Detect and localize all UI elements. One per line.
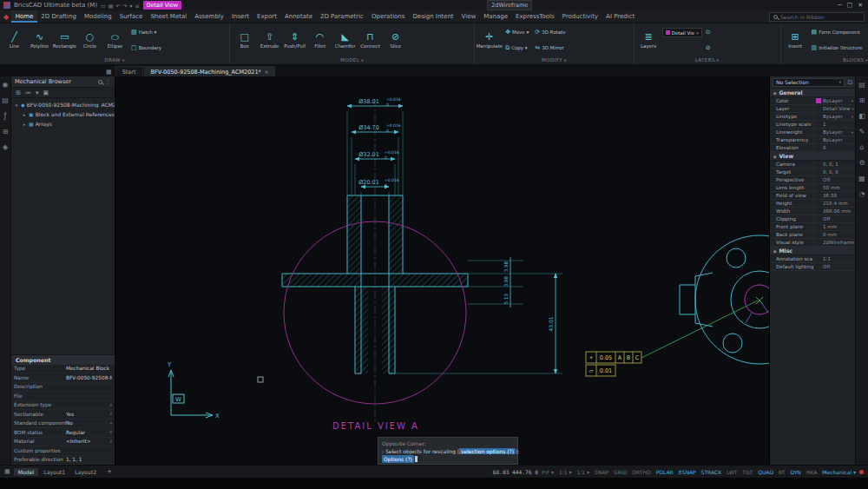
- status-toggle[interactable]: LWT: [727, 469, 737, 475]
- ribbon-button[interactable]: ⇕ Push/Pull: [282, 24, 307, 56]
- browser-tool-icon[interactable]: ▾: [36, 89, 39, 96]
- ribbon-small-button[interactable]: ✥ Move ▾: [503, 24, 531, 40]
- ribbon-small-button[interactable]: ⊙: [703, 24, 715, 40]
- ribbon-button[interactable]: ○ Circle: [77, 24, 102, 56]
- menu-tab[interactable]: Surface: [115, 10, 147, 23]
- property-row[interactable]: Perspective Off: [770, 176, 855, 184]
- right-rail-icon[interactable]: ⊞: [859, 96, 865, 104]
- property-row[interactable]: Width 388.06 mm: [770, 208, 855, 215]
- component-property-row[interactable]: File: [11, 392, 115, 401]
- component-property-row[interactable]: Type Mechanical Block: [11, 365, 115, 374]
- ribbon-button[interactable]: ◠ Fillet: [307, 24, 332, 56]
- right-rail-icon[interactable]: ⌂: [859, 143, 864, 151]
- status-toggle[interactable]: ORTHO: [632, 469, 650, 475]
- ribbon-button[interactable]: ○ Ellipse: [102, 24, 128, 56]
- close-tab-icon[interactable]: ✕: [265, 69, 269, 75]
- menu-tab[interactable]: Insert: [227, 10, 253, 23]
- ribbon-group-label[interactable]: MODEL▾: [232, 56, 472, 64]
- status-toggle[interactable]: P:F ▾: [542, 469, 554, 475]
- property-row[interactable]: Linetype scale 1: [770, 121, 855, 129]
- layer-dropdown[interactable]: Detail Vie ▾: [662, 28, 702, 37]
- ribbon-group-label[interactable]: MODIFY▾: [477, 56, 632, 64]
- command-autocomplete-chip[interactable]: Options (?): [382, 455, 414, 463]
- window-button[interactable]: ✕: [858, 2, 863, 9]
- status-toggle[interactable]: POLAR: [656, 469, 674, 475]
- drawing-canvas[interactable]: Ø38.01 +0.016 0 Ø34.70 +0.016 0 Ø32.01 +…: [115, 76, 769, 465]
- status-toggle[interactable]: HKA: [806, 469, 817, 475]
- menu-tab[interactable]: ExpressTools: [512, 10, 559, 23]
- window-button[interactable]: ─: [838, 2, 841, 9]
- browser-tool-icon[interactable]: ▣: [43, 89, 49, 96]
- right-rail-icon[interactable]: ▤: [858, 81, 865, 89]
- status-toggle[interactable]: RT: [779, 469, 785, 475]
- property-row[interactable]: Annotation sca 1:1: [770, 255, 855, 263]
- component-property-row[interactable]: Sectionable Yes ▾: [11, 410, 115, 420]
- menu-tab[interactable]: Modeling: [80, 10, 115, 23]
- quick-access-icon[interactable]: ▾: [129, 3, 132, 9]
- tree-item[interactable]: ▾ ◆ BFV-0050-92508-Machining_ACM2021: [11, 100, 115, 109]
- ribbon-small-button[interactable]: ▥ Initialize Structure: [809, 41, 865, 56]
- ribbon-button[interactable]: ▭ Rectangle: [52, 24, 77, 56]
- ribbon-small-button[interactable]: ⊘: [703, 41, 715, 56]
- status-toggle[interactable]: GRID: [614, 469, 627, 475]
- component-property-row[interactable]: Description: [11, 383, 115, 393]
- menu-tab[interactable]: Sheet Metal: [147, 10, 191, 23]
- ribbon-button[interactable]: ⊘ Slice: [383, 24, 408, 56]
- tree-expander-icon[interactable]: ▸: [22, 112, 27, 117]
- browser-tool-icon[interactable]: ⊞: [16, 89, 21, 96]
- property-row[interactable]: Clipping Off: [770, 215, 855, 223]
- component-property-row[interactable]: Standard component No ▾: [11, 420, 115, 429]
- menu-tab[interactable]: View: [457, 10, 480, 23]
- left-rail-icon[interactable]: ◈: [3, 143, 8, 151]
- property-row[interactable]: Linetype ByLayer ▾: [770, 113, 855, 121]
- right-rail-icon[interactable]: ▦: [858, 175, 865, 182]
- tree-expander-icon[interactable]: ▸: [22, 122, 27, 127]
- status-toggle[interactable]: QUAD: [758, 469, 773, 475]
- layout-grid-icon[interactable]: ▦: [4, 468, 10, 475]
- status-toggle[interactable]: STRACK: [701, 469, 722, 475]
- property-row[interactable]: Lineweight ByLayer ▾: [770, 129, 855, 136]
- layout-tab[interactable]: Model: [14, 468, 39, 476]
- property-row[interactable]: Color ByLayer ▾: [770, 97, 855, 105]
- ribbon-button[interactable]: ✛ Manipulate: [477, 24, 502, 56]
- menu-tab[interactable]: 2D Parametric: [316, 10, 367, 23]
- quick-access-icon[interactable]: ▭: [101, 3, 106, 9]
- ribbon-button[interactable]: ◣ Chamfer: [332, 24, 358, 56]
- left-rail-icon[interactable]: ▤: [2, 96, 9, 104]
- menu-tab[interactable]: Manage: [480, 10, 512, 23]
- section-header[interactable]: ▪ View: [770, 152, 855, 161]
- status-toggle[interactable]: SNAP: [595, 469, 608, 475]
- status-toggle[interactable]: DYN: [790, 469, 800, 475]
- left-rail-icon[interactable]: ◉: [3, 81, 9, 89]
- ribbon-button[interactable]: □ Box: [232, 24, 257, 56]
- document-tab[interactable]: BFV-0050-92508-Machining_ACM2021* ✕: [144, 66, 276, 76]
- right-rail-icon[interactable]: ◔: [859, 190, 865, 198]
- ribbon-small-button[interactable]: ▨ Hatch ▾: [128, 24, 164, 40]
- component-property-row[interactable]: Material <Inherit> ▾: [11, 438, 115, 447]
- ribbon-small-button[interactable]: ⟳ 3D Rotate: [532, 24, 568, 40]
- property-row[interactable]: Target 0, 0, 0: [770, 169, 855, 176]
- add-layout-button[interactable]: +: [104, 468, 115, 475]
- menu-tab[interactable]: 2D Drafting: [37, 10, 81, 23]
- menu-tab[interactable]: Design Intent: [409, 10, 457, 23]
- property-row[interactable]: Height 218.4 mm: [770, 200, 855, 208]
- menu-tab[interactable]: Annotate: [280, 10, 316, 23]
- document-tab[interactable]: Start: [115, 66, 143, 76]
- layout-tab[interactable]: Layout2: [70, 468, 101, 476]
- menu-tab[interactable]: Home: [11, 10, 37, 23]
- quick-access-icon[interactable]: ↷: [122, 3, 127, 9]
- status-toggle[interactable]: 1:1 ▾: [559, 469, 572, 475]
- status-toggle[interactable]: TILT: [743, 469, 753, 475]
- property-row[interactable]: Visual style 2dWireframe ▾: [770, 239, 855, 247]
- ribbon-button[interactable]: ⊓ Connect: [358, 24, 383, 56]
- property-row[interactable]: Front plane 1 mm: [770, 223, 855, 231]
- left-rail-icon[interactable]: ⊞: [3, 128, 9, 135]
- window-button[interactable]: □: [847, 2, 853, 9]
- property-row[interactable]: Transparency ByLayer: [770, 136, 855, 144]
- property-row[interactable]: Back plane 0 mm: [770, 231, 855, 239]
- selection-dropdown[interactable]: No Selection ▾: [773, 78, 845, 87]
- layout-tab[interactable]: Layout1: [39, 468, 69, 476]
- right-rail-icon[interactable]: ◧: [858, 112, 865, 120]
- browser-tool-icon[interactable]: ≔: [25, 89, 31, 96]
- command-input-line[interactable]: Options (?): [382, 455, 514, 463]
